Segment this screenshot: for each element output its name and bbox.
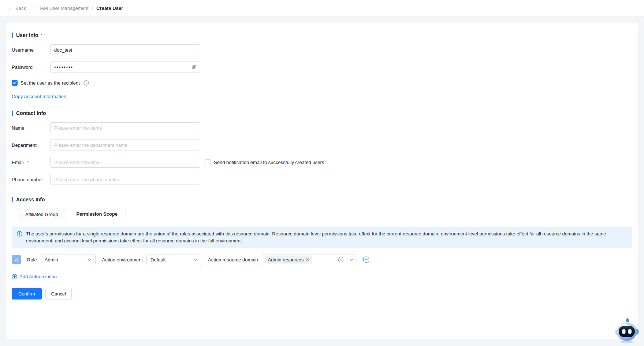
email-label: Email * (12, 160, 50, 165)
robot-assistant-icon[interactable] (614, 317, 640, 344)
username-input[interactable] (50, 44, 200, 55)
email-row: Email * Send notification email to succe… (12, 157, 632, 168)
role-select-value: Admin (45, 257, 58, 263)
email-input[interactable] (50, 157, 200, 168)
section-accent-bar (12, 33, 13, 38)
copy-account-info-row: Copy Account Information (12, 94, 632, 99)
page-title: Create User (96, 5, 123, 11)
notify-checkbox-label: Send notification email to successfully … (214, 160, 324, 165)
info-circle-icon (17, 230, 22, 237)
breadcrumb-divider (33, 5, 33, 11)
section-accent-bar (12, 197, 13, 202)
role-label: Role (27, 257, 37, 263)
add-authorization-link[interactable]: Add Authorization (12, 274, 57, 279)
resource-domain-tag-label: Admin resources (268, 257, 304, 263)
action-environment-select[interactable]: Default (146, 254, 201, 265)
role-select[interactable]: Admin (41, 254, 96, 265)
permission-info-text: The user's permissions for a single reso… (26, 230, 627, 244)
department-label: Department (12, 142, 50, 148)
copy-account-info-link[interactable]: Copy Account Information (12, 94, 66, 99)
action-resource-domain-select[interactable]: Admin resources (262, 254, 357, 265)
tag-close-icon[interactable] (306, 258, 309, 261)
username-label: Username (12, 47, 50, 53)
add-authorization-row: Add Authorization (12, 274, 632, 280)
recipient-checkbox[interactable] (12, 80, 18, 86)
username-row: Username (12, 44, 632, 55)
action-environment-value: Default (150, 257, 165, 263)
action-resource-domain-label: Action resource domain (208, 257, 258, 263)
form-footer: Confirm Cancel (12, 288, 632, 300)
password-input[interactable] (50, 62, 200, 72)
required-asterisk: * (41, 33, 42, 38)
access-info-tabs: Affiliated Group Permission Scope (12, 208, 632, 220)
cancel-button[interactable]: Cancel (45, 288, 72, 300)
create-user-form-card: User Info * Username Password Set the us… (6, 23, 638, 339)
chevron-down-icon (193, 258, 197, 261)
user-info-section-title: User Info * (12, 32, 632, 38)
breadcrumb-separator: / (92, 5, 93, 11)
recipient-checkbox-label: Set the user as the recipient (21, 80, 80, 86)
remove-authorization-icon[interactable] (363, 256, 369, 263)
section-accent-bar (12, 111, 13, 116)
breadcrumb-bar: ← Back IAM User Management / Create User (0, 0, 644, 16)
avatar: a (12, 255, 21, 264)
name-input[interactable] (50, 122, 200, 133)
required-asterisk: * (27, 160, 29, 165)
access-info-section-title: Access Info (12, 197, 632, 202)
notify-checkbox[interactable] (205, 159, 211, 165)
password-label: Password (12, 64, 50, 70)
add-circle-icon (12, 274, 17, 279)
eye-off-icon[interactable] (191, 64, 197, 70)
back-arrow-icon: ← (8, 5, 13, 11)
department-row: Department (12, 139, 632, 150)
tab-permission-scope[interactable]: Permission Scope (68, 208, 126, 220)
confirm-button[interactable]: Confirm (12, 288, 42, 300)
tab-affiliated-group[interactable]: Affiliated Group (17, 208, 66, 220)
authorization-row: a Role Admin Action environment Default … (12, 254, 632, 265)
notify-checkbox-row: Send notification email to successfully … (205, 159, 324, 165)
recipient-checkbox-row: Set the user as the recipient (12, 80, 632, 86)
permission-info-banner: The user's permissions for a single reso… (12, 227, 632, 248)
info-circle-icon[interactable] (83, 80, 89, 86)
resource-domain-tag: Admin resources (265, 256, 312, 264)
clear-selection-icon[interactable] (338, 257, 344, 263)
phone-label: Phone number (12, 177, 50, 182)
chevron-down-icon (350, 258, 354, 261)
chevron-down-icon (88, 258, 92, 261)
contact-info-section-title: Contact Info (12, 110, 632, 116)
name-label: Name (12, 125, 50, 131)
action-environment-label: Action environment (102, 257, 143, 263)
phone-row: Phone number (12, 174, 632, 185)
name-row: Name (12, 122, 632, 133)
back-button[interactable]: ← Back (8, 5, 26, 11)
breadcrumb-section[interactable]: IAM User Management (40, 5, 89, 11)
department-input[interactable] (50, 139, 200, 150)
back-label: Back (15, 5, 26, 11)
password-row: Password (12, 62, 632, 72)
phone-input[interactable] (50, 174, 200, 185)
